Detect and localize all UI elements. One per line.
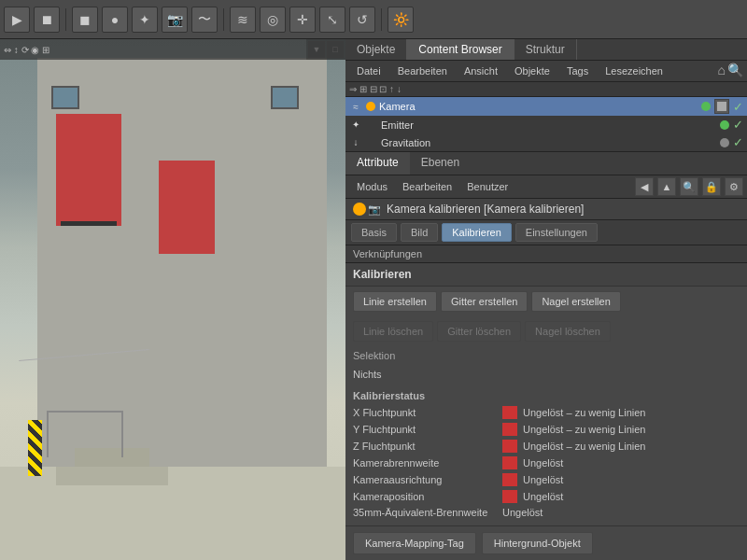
scene-step-1 — [56, 467, 168, 485]
gitter-erstellen-btn[interactable]: Gitter erstellen — [441, 291, 529, 312]
toolbar-icon-rotate[interactable]: ↺ — [349, 7, 375, 33]
camera-sym-icon: 📷 — [368, 203, 381, 216]
toolbar-icon-material[interactable]: ◎ — [260, 7, 286, 33]
status-row-35mm: 35mm-Äquivalent-Brennweite Ungelöst — [345, 505, 747, 520]
status-header: Kalibrierstatus — [345, 387, 747, 404]
status-row-brennweite: Kamerabrennweite Ungelöst — [345, 455, 747, 471]
attr-icon-fwd[interactable]: ▲ — [657, 177, 676, 196]
status-indicator-x — [502, 406, 517, 419]
attr-benutzer[interactable]: Benutzer — [459, 178, 515, 195]
attr-icon-search[interactable]: 🔍 — [680, 177, 698, 196]
right-panel: Objekte Content Browser Struktur Datei B… — [345, 39, 747, 560]
button-row-2: Linie löschen Gitter löschen Nagel lösch… — [345, 316, 747, 346]
toolbar-icon-cube[interactable]: ◼ — [72, 7, 98, 33]
menu-lesezeichen[interactable]: Lesezeichen — [598, 63, 670, 79]
tab-objekte[interactable]: Objekte — [345, 39, 407, 60]
attr-icon-back[interactable]: ◀ — [635, 177, 654, 196]
attr-icon-lock[interactable]: 🔒 — [702, 177, 721, 196]
toolbar-icon-sphere[interactable]: ● — [102, 7, 128, 33]
menu-objekte[interactable]: Objekte — [507, 63, 557, 79]
gravitation-dot — [720, 138, 729, 147]
camera-icon-group: 📷 — [353, 203, 381, 216]
kamera-toggle[interactable] — [714, 99, 729, 114]
attr-menu: Modus Bearbeiten Benutzer ◀ ▲ 🔍 🔒 ⚙ — [345, 175, 747, 199]
nagel-erstellen-btn[interactable]: Nagel erstellen — [531, 291, 620, 312]
attr-menu-icons: ◀ ▲ 🔍 🔒 ⚙ — [635, 177, 743, 196]
objects-toolbar: ⇒ ⊞ ⊟ ⊡ ↑ ↓ — [345, 82, 747, 97]
object-row-emitter[interactable]: ✦ Emitter ✓ — [345, 116, 747, 133]
status-indicator-brennweite — [502, 456, 517, 469]
status-label-35mm: 35mm-Äquivalent-Brennweite — [353, 507, 502, 518]
camera-color-icon — [353, 203, 366, 216]
toolbar-icon-stop[interactable]: ⏹ — [34, 7, 60, 33]
toolbar-icon-scale[interactable]: ⤡ — [319, 7, 345, 33]
viewport-nav-icons: ⇔ ↕ ⟳ ◉ ⊞ — [4, 45, 49, 55]
status-indicator-y — [502, 423, 517, 436]
kamera-color-dot — [366, 102, 375, 111]
toolbar-icon-render[interactable]: 🔆 — [388, 7, 414, 33]
tab-struktur[interactable]: Struktur — [514, 39, 577, 60]
sub-tab-bild[interactable]: Bild — [401, 223, 438, 242]
attr-tab-attribute[interactable]: Attribute — [345, 152, 410, 175]
linie-loschen-btn[interactable]: Linie löschen — [353, 321, 433, 342]
scene-ground — [0, 467, 345, 560]
icon-home[interactable]: ⌂ — [718, 63, 726, 79]
viewport-top-bar: ⇔ ↕ ⟳ ◉ ⊞ — [0, 39, 345, 60]
menu-tags[interactable]: Tags — [559, 63, 596, 79]
camera-title: Kamera kalibrieren [Kamera kalibrieren] — [387, 203, 584, 216]
attr-modus[interactable]: Modus — [349, 178, 395, 195]
nagel-loschen-btn[interactable]: Nagel löschen — [525, 321, 611, 342]
toolbar-icon-move[interactable]: ✛ — [289, 7, 316, 33]
gitter-loschen-btn[interactable]: Gitter löschen — [437, 321, 521, 342]
toolbar-icon-light[interactable]: ✦ — [132, 7, 158, 33]
scene-door-left — [56, 114, 121, 226]
menu-datei[interactable]: Datei — [349, 63, 388, 79]
kamera-icon: ≈ — [349, 100, 362, 113]
attr-section: Attribute Ebenen Modus Bearbeiten Benutz… — [345, 152, 747, 560]
kalibrieren-content: Kalibrieren Linie erstellen Gitter erste… — [345, 263, 747, 525]
toolbar-icon-anim[interactable]: ▶ — [4, 7, 30, 33]
objects-list: ⇒ ⊞ ⊟ ⊡ ↑ ↓ ≈ Kamera ✓ ✦ Emitter — [345, 82, 747, 152]
attr-icon-gear[interactable]: ⚙ — [725, 177, 743, 196]
linie-erstellen-btn[interactable]: Linie erstellen — [353, 291, 437, 312]
sub-tab-basis[interactable]: Basis — [351, 223, 397, 242]
scene-window-2 — [271, 86, 299, 109]
menu-bearbeiten[interactable]: Bearbeiten — [390, 63, 455, 79]
sub-tab-einstellungen[interactable]: Einstellungen — [515, 223, 598, 242]
viewport[interactable]: ▼ □ ⇔ ↕ ⟳ ◉ ⊞ — [0, 39, 345, 560]
kamera-check: ✓ — [733, 100, 743, 114]
gravitation-status: ✓ — [720, 135, 743, 149]
status-text-ausrichtung: Ungelöst — [523, 474, 563, 485]
toolbar-icon-curve[interactable]: 〜 — [191, 7, 218, 33]
attr-tab-ebenen[interactable]: Ebenen — [410, 152, 471, 175]
emitter-name: Emitter — [381, 119, 716, 131]
emitter-dot — [720, 120, 729, 130]
object-row-kamera[interactable]: ≈ Kamera ✓ — [345, 97, 747, 116]
scene-rail-2 — [121, 411, 123, 457]
sub-tabs: Basis Bild Kalibrieren Einstellungen — [345, 220, 747, 245]
gravitation-icon: ↓ — [349, 136, 362, 149]
tab-content-browser[interactable]: Content Browser — [407, 39, 514, 60]
menu-bar: Datei Bearbeiten Ansicht Objekte Tags Le… — [345, 61, 747, 82]
menu-right-icons: ⌂ 🔍 — [718, 63, 743, 79]
kamera-mapping-tag-btn[interactable]: Kamera-Mapping-Tag — [353, 532, 476, 554]
selektion-label: Selektion — [353, 350, 395, 361]
status-row-position: Kameraposition Ungelöst — [345, 488, 747, 505]
status-row-z: Z Fluchtpunkt Ungelöst – zu wenig Linien — [345, 438, 747, 455]
scene-door-right — [159, 161, 215, 254]
object-row-gravitation[interactable]: ↓ Gravitation ✓ — [345, 133, 747, 151]
attr-bearbeiten[interactable]: Bearbeiten — [395, 178, 459, 195]
toolbar-sep-1 — [65, 8, 66, 31]
verknupfungen-row: Verknüpfungen — [345, 245, 747, 263]
hintergrund-objekt-btn[interactable]: Hintergrund-Objekt — [482, 532, 593, 554]
status-label-brennweite: Kamerabrennweite — [353, 457, 502, 469]
toolbar-icon-deform[interactable]: ≋ — [230, 7, 256, 33]
scene-rail-1 — [47, 411, 49, 457]
status-row-x: X Fluchtpunkt Ungelöst – zu wenig Linien — [345, 404, 747, 421]
menu-ansicht[interactable]: Ansicht — [457, 63, 505, 79]
status-row-ausrichtung: Kameraausrichtung Ungelöst — [345, 471, 747, 488]
status-text-x: Ungelöst – zu wenig Linien — [523, 407, 645, 418]
icon-search[interactable]: 🔍 — [727, 63, 743, 79]
sub-tab-kalibrieren[interactable]: Kalibrieren — [442, 223, 512, 242]
toolbar-icon-cam[interactable]: 📷 — [162, 7, 188, 33]
